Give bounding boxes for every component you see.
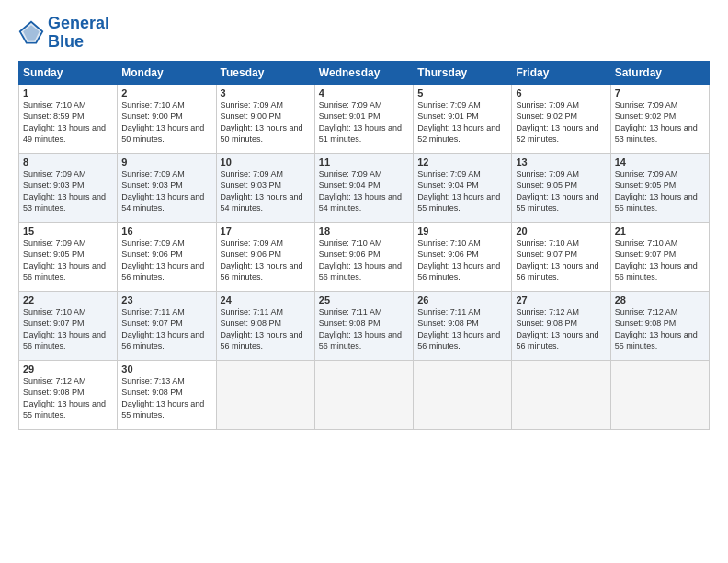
calendar-cell: 3 Sunrise: 7:09 AMSunset: 9:00 PMDayligh… <box>216 84 314 153</box>
day-info: Sunrise: 7:11 AMSunset: 9:07 PMDaylight:… <box>121 306 211 352</box>
day-info: Sunrise: 7:09 AMSunset: 9:03 PMDaylight:… <box>23 168 113 214</box>
day-info: Sunrise: 7:10 AMSunset: 9:06 PMDaylight:… <box>417 237 507 283</box>
day-info: Sunrise: 7:11 AMSunset: 9:08 PMDaylight:… <box>221 306 311 352</box>
day-number: 17 <box>221 225 311 236</box>
day-number: 30 <box>121 363 211 374</box>
day-number: 3 <box>221 87 311 98</box>
day-number: 11 <box>319 156 409 167</box>
calendar-cell <box>414 360 512 429</box>
day-number: 12 <box>417 156 507 167</box>
day-number: 6 <box>516 87 606 98</box>
calendar-cell: 8 Sunrise: 7:09 AMSunset: 9:03 PMDayligh… <box>19 153 118 222</box>
day-info: Sunrise: 7:10 AMSunset: 9:06 PMDaylight:… <box>319 237 409 283</box>
day-info: Sunrise: 7:12 AMSunset: 9:08 PMDaylight:… <box>516 306 606 352</box>
calendar-cell: 16 Sunrise: 7:09 AMSunset: 9:06 PMDaylig… <box>118 222 216 291</box>
calendar-cell: 4 Sunrise: 7:09 AMSunset: 9:01 PMDayligh… <box>314 84 413 153</box>
calendar-cell: 9 Sunrise: 7:09 AMSunset: 9:03 PMDayligh… <box>118 153 216 222</box>
calendar-cell: 13 Sunrise: 7:09 AMSunset: 9:05 PMDaylig… <box>512 153 610 222</box>
day-info: Sunrise: 7:09 AMSunset: 9:05 PMDaylight:… <box>23 237 113 283</box>
day-number: 4 <box>319 87 409 98</box>
day-info: Sunrise: 7:09 AMSunset: 9:01 PMDaylight:… <box>319 99 409 145</box>
week-row-5: 29 Sunrise: 7:12 AMSunset: 9:08 PMDaylig… <box>19 360 710 429</box>
calendar-cell: 19 Sunrise: 7:10 AMSunset: 9:06 PMDaylig… <box>414 222 512 291</box>
calendar-cell: 2 Sunrise: 7:10 AMSunset: 9:00 PMDayligh… <box>118 84 216 153</box>
day-info: Sunrise: 7:11 AMSunset: 9:08 PMDaylight:… <box>319 306 409 352</box>
day-header-saturday: Saturday <box>610 61 709 84</box>
day-number: 25 <box>319 294 409 305</box>
logo-text: General Blue <box>48 15 109 52</box>
day-info: Sunrise: 7:09 AMSunset: 9:03 PMDaylight:… <box>221 168 311 214</box>
day-number: 2 <box>121 87 211 98</box>
day-info: Sunrise: 7:09 AMSunset: 9:00 PMDaylight:… <box>221 99 311 145</box>
day-info: Sunrise: 7:09 AMSunset: 9:04 PMDaylight:… <box>417 168 507 214</box>
day-number: 15 <box>23 225 113 236</box>
day-number: 28 <box>615 294 705 305</box>
day-number: 18 <box>319 225 409 236</box>
day-info: Sunrise: 7:10 AMSunset: 8:59 PMDaylight:… <box>23 99 113 145</box>
day-info: Sunrise: 7:12 AMSunset: 9:08 PMDaylight:… <box>23 375 113 421</box>
calendar-cell: 1 Sunrise: 7:10 AMSunset: 8:59 PMDayligh… <box>19 84 118 153</box>
calendar-table: SundayMondayTuesdayWednesdayThursdayFrid… <box>18 61 710 430</box>
calendar-cell: 10 Sunrise: 7:09 AMSunset: 9:03 PMDaylig… <box>216 153 314 222</box>
calendar-cell: 6 Sunrise: 7:09 AMSunset: 9:02 PMDayligh… <box>512 84 610 153</box>
calendar-cell: 24 Sunrise: 7:11 AMSunset: 9:08 PMDaylig… <box>216 291 314 360</box>
calendar-cell: 28 Sunrise: 7:12 AMSunset: 9:08 PMDaylig… <box>610 291 709 360</box>
day-info: Sunrise: 7:09 AMSunset: 9:05 PMDaylight:… <box>615 168 705 214</box>
week-row-3: 15 Sunrise: 7:09 AMSunset: 9:05 PMDaylig… <box>19 222 710 291</box>
day-header-wednesday: Wednesday <box>314 61 413 84</box>
day-info: Sunrise: 7:12 AMSunset: 9:08 PMDaylight:… <box>615 306 705 352</box>
day-number: 5 <box>417 87 507 98</box>
calendar-cell: 11 Sunrise: 7:09 AMSunset: 9:04 PMDaylig… <box>314 153 413 222</box>
day-number: 22 <box>23 294 113 305</box>
day-info: Sunrise: 7:09 AMSunset: 9:04 PMDaylight:… <box>319 168 409 214</box>
calendar-cell <box>216 360 314 429</box>
day-number: 7 <box>615 87 705 98</box>
header: General Blue <box>18 15 710 52</box>
day-number: 10 <box>221 156 311 167</box>
day-number: 26 <box>417 294 507 305</box>
day-header-thursday: Thursday <box>414 61 512 84</box>
calendar-cell: 22 Sunrise: 7:10 AMSunset: 9:07 PMDaylig… <box>19 291 118 360</box>
calendar-cell: 26 Sunrise: 7:11 AMSunset: 9:08 PMDaylig… <box>414 291 512 360</box>
day-info: Sunrise: 7:10 AMSunset: 9:07 PMDaylight:… <box>516 237 606 283</box>
day-number: 8 <box>23 156 113 167</box>
day-info: Sunrise: 7:09 AMSunset: 9:01 PMDaylight:… <box>417 99 507 145</box>
day-info: Sunrise: 7:11 AMSunset: 9:08 PMDaylight:… <box>417 306 507 352</box>
day-info: Sunrise: 7:09 AMSunset: 9:06 PMDaylight:… <box>221 237 311 283</box>
calendar-cell <box>512 360 610 429</box>
day-info: Sunrise: 7:09 AMSunset: 9:02 PMDaylight:… <box>615 99 705 145</box>
week-row-4: 22 Sunrise: 7:10 AMSunset: 9:07 PMDaylig… <box>19 291 710 360</box>
day-info: Sunrise: 7:09 AMSunset: 9:05 PMDaylight:… <box>516 168 606 214</box>
calendar-cell: 20 Sunrise: 7:10 AMSunset: 9:07 PMDaylig… <box>512 222 610 291</box>
day-number: 27 <box>516 294 606 305</box>
calendar-cell: 30 Sunrise: 7:13 AMSunset: 9:08 PMDaylig… <box>118 360 216 429</box>
page: General Blue SundayMondayTuesdayWednesda… <box>0 0 728 563</box>
calendar-cell: 17 Sunrise: 7:09 AMSunset: 9:06 PMDaylig… <box>216 222 314 291</box>
day-info: Sunrise: 7:10 AMSunset: 9:00 PMDaylight:… <box>121 99 211 145</box>
day-number: 16 <box>121 225 211 236</box>
calendar-cell <box>314 360 413 429</box>
calendar-cell <box>610 360 709 429</box>
logo-icon <box>18 20 44 46</box>
day-number: 23 <box>121 294 211 305</box>
week-row-2: 8 Sunrise: 7:09 AMSunset: 9:03 PMDayligh… <box>19 153 710 222</box>
day-header-tuesday: Tuesday <box>216 61 314 84</box>
day-number: 14 <box>615 156 705 167</box>
day-number: 13 <box>516 156 606 167</box>
day-number: 24 <box>221 294 311 305</box>
day-number: 21 <box>615 225 705 236</box>
day-info: Sunrise: 7:10 AMSunset: 9:07 PMDaylight:… <box>615 237 705 283</box>
day-header-sunday: Sunday <box>19 61 118 84</box>
day-info: Sunrise: 7:09 AMSunset: 9:06 PMDaylight:… <box>121 237 211 283</box>
calendar-cell: 23 Sunrise: 7:11 AMSunset: 9:07 PMDaylig… <box>118 291 216 360</box>
day-info: Sunrise: 7:13 AMSunset: 9:08 PMDaylight:… <box>121 375 211 421</box>
day-info: Sunrise: 7:09 AMSunset: 9:02 PMDaylight:… <box>516 99 606 145</box>
day-number: 19 <box>417 225 507 236</box>
week-row-1: 1 Sunrise: 7:10 AMSunset: 8:59 PMDayligh… <box>19 84 710 153</box>
day-number: 1 <box>23 87 113 98</box>
calendar-cell: 7 Sunrise: 7:09 AMSunset: 9:02 PMDayligh… <box>610 84 709 153</box>
calendar-cell: 14 Sunrise: 7:09 AMSunset: 9:05 PMDaylig… <box>610 153 709 222</box>
calendar-cell: 15 Sunrise: 7:09 AMSunset: 9:05 PMDaylig… <box>19 222 118 291</box>
calendar-cell: 27 Sunrise: 7:12 AMSunset: 9:08 PMDaylig… <box>512 291 610 360</box>
day-header-friday: Friday <box>512 61 610 84</box>
